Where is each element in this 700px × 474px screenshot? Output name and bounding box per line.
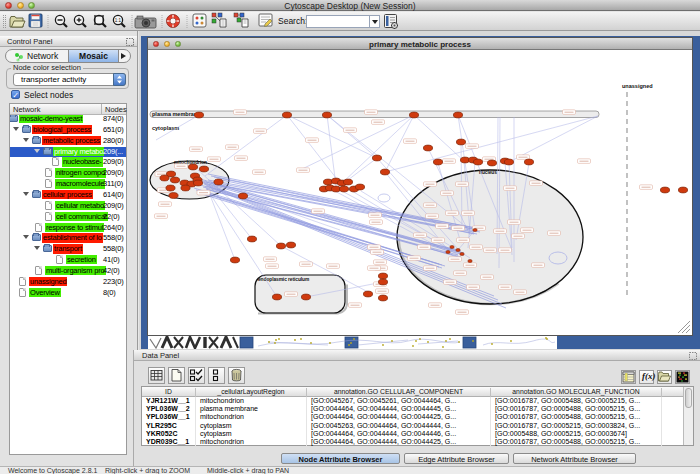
- svg-text:cytoplasm: cytoplasm: [152, 125, 179, 131]
- svg-text:unassigned: unassigned: [622, 83, 653, 89]
- svg-text:plasma membrane: plasma membrane: [152, 111, 200, 117]
- svg-text:1:1: 1:1: [115, 18, 122, 23]
